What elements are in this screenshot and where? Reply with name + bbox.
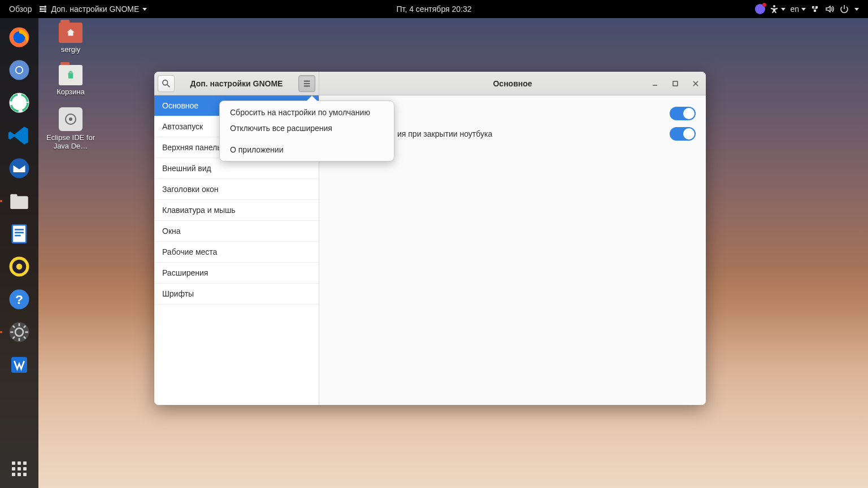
chevron-down-icon [801, 8, 806, 11]
hamburger-icon [303, 80, 311, 88]
menu-disable-extensions[interactable]: Отключить все расширения [220, 120, 394, 136]
keyboard-layout-menu[interactable]: en [790, 5, 806, 14]
hamburger-menu-button[interactable] [298, 75, 315, 92]
search-button[interactable] [158, 75, 175, 92]
svg-point-34 [163, 80, 168, 85]
headerbar: Доп. настройки GNOME Основное [154, 72, 706, 95]
sidebar-item-extensions[interactable]: Расширения [154, 263, 319, 284]
sidebar-item-workspaces[interactable]: Рабочие места [154, 242, 319, 263]
network-icon [810, 5, 819, 14]
svg-point-0 [773, 5, 775, 7]
desktop-icon-label: sergiy [61, 45, 81, 54]
viber-indicator-icon[interactable] [755, 4, 765, 14]
sidebar-item-keyboard-mouse[interactable]: Клавиатура и мышь [154, 200, 319, 221]
desktop-icon-label: Eclipse IDE for Java De… [45, 133, 96, 150]
sidebar-item-label: Расширения [162, 268, 208, 277]
headerbar-left: Доп. настройки GNOME [154, 72, 319, 95]
sidebar-item-label: Внешний вид [162, 164, 211, 173]
app-menu-popover: Сбросить на настройки по умолчанию Отклю… [219, 101, 394, 162]
sidebar-item-fonts[interactable]: Шрифты [154, 284, 319, 304]
desktop-icon-label: Корзина [57, 88, 85, 96]
setting-switch[interactable] [670, 107, 696, 120]
clock[interactable]: Пт, 4 сентября 20:32 [396, 5, 471, 14]
sidebar-item-label: Верхняя панель [162, 143, 221, 152]
sidebar-item-label: Рабочие места [162, 247, 217, 256]
topbar-right: en [755, 4, 868, 14]
sidebar-item-label: Окна [162, 226, 181, 236]
menu-about[interactable]: О приложении [220, 142, 394, 158]
svg-rect-13 [15, 229, 24, 230]
sidebar-item-label: Основное [162, 101, 198, 110]
keyboard-layout-label: en [790, 5, 799, 14]
dock-thunderbird[interactable] [5, 154, 34, 183]
dock-chromium[interactable] [5, 55, 34, 85]
sidebar-item-label: Заголовки окон [162, 185, 219, 194]
topbar: Обзор Доп. настройки GNOME Пт, 4 сентябр… [0, 0, 868, 18]
chevron-down-icon [781, 8, 785, 11]
dock-virtualbox[interactable] [5, 350, 34, 380]
volume-icon [825, 5, 834, 14]
desktop-eclipse[interactable]: Eclipse IDE for Java De… [45, 107, 96, 150]
dock-rhythmbox[interactable] [5, 252, 34, 281]
system-menu[interactable] [810, 5, 859, 14]
app-menu-label: Доп. настройки GNOME [51, 5, 139, 14]
dock: ? [0, 18, 38, 488]
svg-line-35 [167, 84, 170, 86]
desktop-trash[interactable]: Корзина [45, 65, 96, 96]
maximize-button[interactable] [669, 77, 682, 90]
svg-rect-14 [15, 232, 24, 234]
desktop-icons: sergiy Корзина Eclipse IDE for Java De… [45, 23, 96, 150]
sidebar-item-label: Шрифты [162, 289, 194, 298]
svg-point-33 [69, 117, 72, 121]
close-button[interactable] [689, 77, 702, 90]
menu-reset-defaults[interactable]: Сбросить на настройки по умолчанию [220, 104, 394, 120]
svg-text:?: ? [15, 292, 23, 307]
svg-rect-10 [10, 194, 17, 198]
trash-icon [59, 65, 83, 85]
dock-help[interactable]: ? [5, 285, 34, 314]
accessibility-menu[interactable] [770, 5, 785, 14]
eclipse-icon [59, 107, 83, 131]
menu-separator [220, 136, 394, 142]
app-menu[interactable]: Доп. настройки GNOME [38, 5, 147, 14]
window-controls [648, 77, 702, 90]
topbar-left: Обзор Доп. настройки GNOME [0, 5, 147, 14]
search-icon [162, 80, 170, 88]
dock-firefox[interactable] [5, 23, 34, 52]
sidebar-item-label: Автозапуск [162, 122, 203, 131]
headerbar-right: Основное [319, 72, 706, 95]
dock-libreoffice-writer[interactable] [5, 219, 34, 249]
chevron-down-icon [142, 8, 147, 11]
dock-remote[interactable] [5, 88, 34, 117]
svg-point-6 [10, 93, 29, 113]
svg-rect-37 [673, 81, 678, 86]
svg-rect-15 [15, 235, 21, 237]
minimize-button[interactable] [648, 77, 662, 90]
sidebar-item-window-titlebars[interactable]: Заголовки окон [154, 179, 319, 200]
accessibility-icon [770, 5, 779, 14]
svg-point-5 [16, 67, 23, 73]
desktop-home-folder[interactable]: sergiy [45, 23, 96, 54]
dock-files[interactable] [5, 186, 34, 216]
dock-vscode[interactable] [5, 121, 34, 150]
setting-switch[interactable] [670, 127, 696, 141]
power-icon [840, 5, 849, 14]
sidebar-item-windows[interactable]: Окна [154, 221, 319, 242]
show-applications[interactable] [8, 457, 31, 480]
tweaks-icon [38, 5, 47, 14]
home-folder-icon [59, 23, 83, 43]
headerbar-title-left: Доп. настройки GNOME [178, 79, 295, 88]
sidebar-item-label: Клавиатура и мышь [162, 206, 236, 215]
svg-point-8 [10, 159, 29, 178]
dock-settings[interactable] [5, 317, 34, 347]
chevron-down-icon [854, 8, 859, 11]
svg-rect-11 [12, 225, 27, 243]
activities-button[interactable]: Обзор [9, 5, 32, 14]
svg-point-18 [16, 264, 23, 270]
